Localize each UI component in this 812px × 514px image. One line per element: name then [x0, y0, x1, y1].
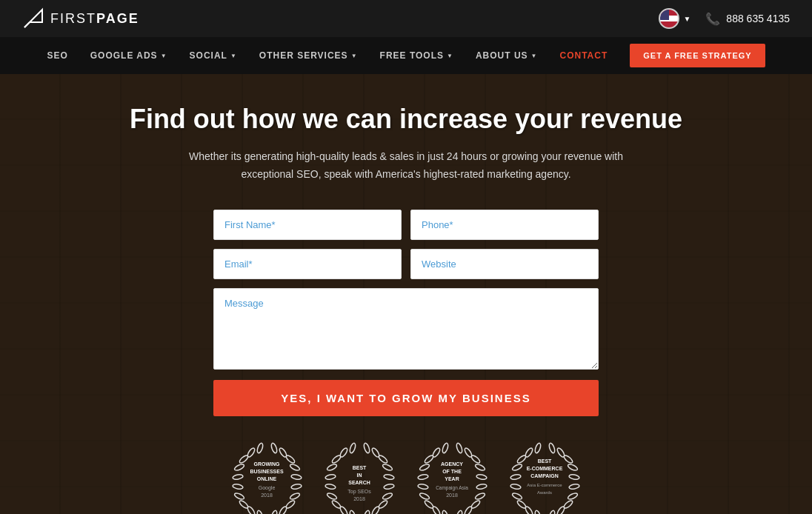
svg-point-6: [256, 442, 264, 453]
svg-point-32: [325, 483, 336, 489]
form-row-1: [213, 210, 599, 240]
phone-area[interactable]: 📞 888 635 4135: [705, 12, 790, 26]
flag-icon: [659, 8, 679, 29]
svg-text:Asia E-commerce: Asia E-commerce: [527, 483, 562, 487]
hero-section: Find out how we can increase your revenu…: [0, 74, 812, 514]
wreath-icon: AGENCY OF THE YEAR Campaign Asia 2018: [410, 435, 495, 514]
chevron-down-icon: ▼: [683, 15, 690, 23]
chevron-down-icon: ▼: [531, 53, 538, 59]
hero-title: Find out how we can increase your revenu…: [130, 104, 682, 135]
nav-item-google-ads[interactable]: GOOGLE ADS ▼: [90, 50, 167, 61]
logo-icon: [22, 7, 44, 30]
nav-item-about-us[interactable]: ABOUT US ▼: [476, 50, 538, 61]
svg-point-61: [442, 510, 449, 514]
svg-point-78: [511, 463, 522, 471]
svg-text:2018: 2018: [353, 496, 365, 501]
svg-point-58: [419, 492, 430, 500]
nav-item-seo[interactable]: SEO: [47, 50, 67, 61]
nav-item-free-tools[interactable]: FREE TOOLS ▼: [380, 50, 453, 61]
svg-point-28: [326, 463, 337, 471]
logo-text: FIRSTPAGE: [50, 11, 139, 27]
first-name-field[interactable]: [213, 210, 402, 240]
phone-icon: 📞: [705, 12, 720, 26]
svg-point-40: [371, 447, 381, 458]
top-right-area: ▼ 📞 888 635 4135: [659, 8, 790, 29]
chevron-down-icon: ▼: [447, 53, 453, 59]
svg-text:2018: 2018: [261, 493, 273, 498]
language-selector[interactable]: ▼: [659, 8, 690, 29]
website-field[interactable]: [410, 249, 599, 279]
chevron-down-icon: ▼: [351, 53, 358, 59]
phone-field[interactable]: [410, 210, 599, 240]
svg-point-38: [382, 463, 393, 471]
svg-text:Awards: Awards: [537, 490, 552, 495]
svg-point-52: [418, 473, 429, 479]
svg-point-46: [363, 510, 370, 514]
get-free-strategy-button[interactable]: GET A FREE STRATEGY: [630, 44, 765, 67]
wreath-icon: BEST E-COMMERCE CAMPAIGN Asia E-commerce…: [502, 435, 588, 514]
svg-point-68: [474, 492, 485, 500]
svg-point-88: [567, 463, 578, 471]
svg-point-16: [270, 442, 278, 453]
award-best-ecommerce: BEST E-COMMERCE CAMPAIGN Asia E-commerce…: [502, 435, 588, 514]
svg-text:2018: 2018: [446, 493, 458, 498]
svg-text:Top SEOs: Top SEOs: [347, 489, 371, 495]
svg-point-60: [432, 505, 442, 514]
svg-point-12: [291, 473, 302, 479]
svg-point-91: [548, 442, 556, 453]
svg-point-70: [464, 505, 473, 514]
svg-point-80: [525, 447, 534, 458]
svg-text:IN: IN: [357, 473, 362, 478]
logo[interactable]: FIRSTPAGE: [22, 7, 139, 30]
svg-point-86: [534, 510, 542, 514]
chevron-down-icon: ▼: [230, 53, 237, 59]
svg-point-11: [256, 510, 264, 514]
svg-point-57: [418, 483, 429, 489]
svg-text:E-COMMERCE: E-COMMERCE: [527, 466, 563, 471]
svg-point-93: [567, 492, 578, 500]
svg-text:OF THE: OF THE: [442, 469, 462, 474]
svg-point-85: [525, 505, 534, 514]
svg-point-63: [474, 463, 485, 471]
svg-point-96: [548, 510, 556, 514]
svg-point-81: [534, 442, 542, 453]
award-best-in-search: BEST IN SEARCH Top SEOs 2018: [317, 435, 402, 514]
svg-point-21: [270, 510, 278, 514]
svg-text:SEARCH: SEARCH: [348, 480, 370, 485]
svg-point-18: [289, 492, 300, 500]
svg-point-37: [384, 473, 395, 479]
svg-text:Campaign Asia: Campaign Asia: [436, 485, 468, 491]
svg-point-95: [556, 505, 566, 514]
nav-item-other-services[interactable]: OTHER SERVICES ▼: [259, 50, 358, 61]
svg-point-56: [442, 442, 449, 453]
submit-button[interactable]: YES, I WANT TO GROW MY BUSINESS: [213, 380, 599, 416]
top-bar: FIRSTPAGE ▼ 📞 888 635 4135: [0, 0, 812, 37]
svg-point-65: [464, 447, 473, 458]
svg-text:GROWING: GROWING: [254, 461, 281, 467]
svg-point-67: [476, 483, 487, 489]
svg-point-71: [456, 510, 463, 514]
svg-text:CAMPAIGN: CAMPAIGN: [530, 473, 559, 478]
hero-subtitle: Whether its generating high-quality lead…: [184, 148, 628, 184]
svg-point-31: [349, 442, 356, 453]
awards-row: GROWING BUSINESSES ONLINE Google 2018: [224, 435, 588, 514]
svg-text:BEST: BEST: [538, 458, 552, 464]
svg-point-90: [556, 447, 566, 458]
svg-point-8: [233, 492, 244, 500]
svg-text:AGENCY: AGENCY: [441, 461, 463, 467]
nav-item-contact[interactable]: CONTACT: [560, 50, 608, 61]
svg-point-3: [233, 463, 244, 471]
email-field[interactable]: [213, 249, 402, 279]
svg-point-33: [326, 492, 337, 500]
svg-text:BEST: BEST: [353, 465, 367, 470]
svg-point-43: [382, 492, 393, 500]
svg-text:BUSINESSES: BUSINESSES: [250, 469, 283, 474]
svg-point-36: [349, 510, 356, 514]
contact-form: YES, I WANT TO GROW MY BUSINESS: [213, 210, 599, 416]
message-field[interactable]: [213, 288, 599, 370]
svg-point-62: [476, 473, 487, 479]
svg-line-1: [24, 22, 30, 27]
svg-point-87: [569, 473, 580, 479]
svg-point-53: [419, 463, 430, 471]
nav-item-social[interactable]: SOCIAL ▼: [190, 50, 237, 61]
